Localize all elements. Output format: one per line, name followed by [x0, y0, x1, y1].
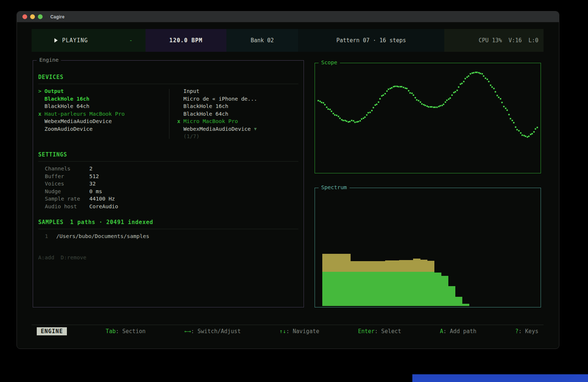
scope-trace-dot — [326, 107, 327, 108]
spectrum-peak-bar — [350, 261, 358, 272]
setting-row[interactable]: Audio hostCoreAudio — [38, 203, 298, 210]
marker-spacer — [177, 133, 183, 140]
scope-trace-dot — [379, 98, 381, 100]
scope-trace-dot — [346, 120, 347, 122]
spectrum-peak-bar — [357, 261, 365, 272]
input-device-row[interactable]: Input — [177, 87, 298, 95]
sample-paths-list: 1/Users/bubo/Documents/samples — [38, 233, 298, 240]
scope-trace-dot — [348, 121, 349, 123]
input-device-row[interactable]: BlackHole 16ch — [177, 102, 298, 110]
setting-row[interactable]: Channels2 — [38, 165, 298, 173]
scope-trace-dot — [341, 119, 343, 120]
scope-trace-dot — [323, 102, 324, 104]
output-device-row[interactable]: xHaut-parleurs MacBook Pro — [38, 110, 169, 118]
scope-trace-dot — [373, 107, 374, 108]
setting-row[interactable]: Voices32 — [38, 180, 298, 188]
setting-value: 32 — [89, 180, 96, 188]
shortcut-hint: Tab: Section — [106, 328, 146, 335]
scope-trace-dot — [354, 122, 356, 123]
input-device-row[interactable]: Micro de « iPhone de... — [177, 95, 298, 103]
marker-spacer — [38, 118, 44, 125]
section-separator — [38, 84, 298, 84]
scope-trace-dot — [503, 106, 505, 107]
scope-trace-dot — [343, 120, 344, 121]
cpu-stat: CPU 13% — [479, 37, 502, 44]
setting-row[interactable]: Nudge0 ms — [38, 188, 298, 195]
scope-trace-dot — [465, 78, 466, 79]
system-stats: CPU 13% V:16 L:0 — [444, 29, 544, 52]
scope-trace-dot — [356, 121, 358, 123]
scope-trace-dot — [506, 109, 508, 111]
scope-trace-dot — [443, 104, 444, 105]
scope-trace-dot — [446, 100, 448, 101]
spectrum-peak-bar — [420, 260, 427, 272]
spectrum-peak-bar — [385, 260, 392, 272]
scope-trace-dot — [371, 110, 373, 111]
device-label: BlackHole 64ch — [44, 102, 89, 110]
shortcut-key: ↑↓ — [279, 328, 286, 335]
shortcut-hint: Enter: Select — [358, 328, 401, 335]
setting-value: CoreAudio — [89, 203, 118, 210]
bpm-display: 120.0 BPM — [146, 29, 226, 52]
setting-label: Voices — [45, 180, 89, 188]
device-label: WebexMediaAudioDevice — [44, 118, 112, 125]
setting-value: 512 — [89, 173, 99, 180]
minimize-button[interactable] — [30, 14, 35, 19]
window-titlebar[interactable]: Cagire — [17, 11, 559, 22]
devices-heading-label: DEVICES — [38, 74, 64, 80]
engine-panel: Engine DEVICES >OutputBlackHole 16chBlac… — [33, 60, 304, 307]
output-device-row[interactable]: >Output — [38, 87, 169, 95]
scope-trace-dot — [359, 120, 361, 122]
output-device-row[interactable]: WebexMediaAudioDevice — [38, 118, 169, 125]
input-device-row[interactable]: (1/7) — [177, 133, 298, 140]
output-device-row[interactable]: BlackHole 16ch — [38, 95, 169, 103]
scope-trace-dot — [339, 118, 341, 119]
scope-trace-dot — [491, 86, 493, 88]
setting-label: Channels — [45, 165, 89, 173]
status-bar: PLAYING - 120.0 BPM Bank 02 Pattern 07 ·… — [32, 29, 544, 52]
scope-trace-dot — [515, 126, 516, 128]
spectrum-level-bar — [434, 273, 442, 306]
input-device-row[interactable]: xMicro MacBook Pro — [177, 118, 298, 125]
spectrum-level-bar — [441, 276, 449, 306]
setting-row[interactable]: Buffer512 — [38, 173, 298, 180]
marker-spacer — [177, 95, 183, 103]
setting-row[interactable]: Sample rate44100 Hz — [38, 195, 298, 203]
scope-trace-dot — [411, 93, 413, 94]
scope-trace-dot — [403, 87, 404, 88]
scope-trace-dot — [398, 86, 399, 87]
output-device-row[interactable]: ZoomAudioDevice — [38, 125, 169, 133]
scope-trace-dot — [501, 102, 503, 103]
scope-trace-dot — [480, 73, 481, 74]
scope-trace-dot — [466, 76, 468, 78]
scope-panel: Scope — [315, 63, 541, 173]
spectrum-level-bar — [455, 297, 463, 306]
input-device-row[interactable]: BlackHole 64ch — [177, 110, 298, 118]
scope-trace-dot — [528, 136, 530, 137]
output-device-row[interactable]: BlackHole 64ch — [38, 102, 169, 110]
setting-label: Audio host — [45, 203, 89, 210]
input-device-row[interactable]: WebexMediaAudioDevice▼ — [177, 125, 298, 133]
spectrum-level-bar — [343, 272, 351, 306]
window-title: Cagire — [50, 14, 65, 19]
desktop: Cagire PLAYING - 120.0 BPM Bank 02 Patte… — [0, 0, 588, 382]
shortcut-key: Tab — [106, 328, 116, 335]
scope-trace-dot — [505, 108, 506, 109]
close-button[interactable] — [22, 14, 27, 19]
sample-path-row[interactable]: 1/Users/bubo/Documents/samples — [38, 233, 298, 240]
scope-trace-dot — [363, 118, 364, 119]
status-dash: - — [116, 29, 146, 52]
scope-trace-dot — [488, 81, 490, 82]
zoom-button[interactable] — [38, 14, 43, 19]
scope-trace-dot — [334, 114, 336, 116]
scope-trace-dot — [336, 115, 337, 116]
shortcut-hint: ↑↓: Navigate — [279, 328, 319, 335]
device-lists: >OutputBlackHole 16chBlackHole 64chxHaut… — [38, 87, 298, 143]
marker-spacer — [177, 110, 183, 118]
shortcut-hint: A: Add path — [440, 328, 476, 335]
mode-badge[interactable]: ENGINE — [37, 327, 67, 335]
scope-trace-dot — [408, 90, 409, 91]
scope-trace-dot — [485, 78, 486, 79]
setting-label: Nudge — [45, 188, 89, 195]
samples-heading: SAMPLES 1 paths · 20491 indexed — [38, 219, 298, 226]
